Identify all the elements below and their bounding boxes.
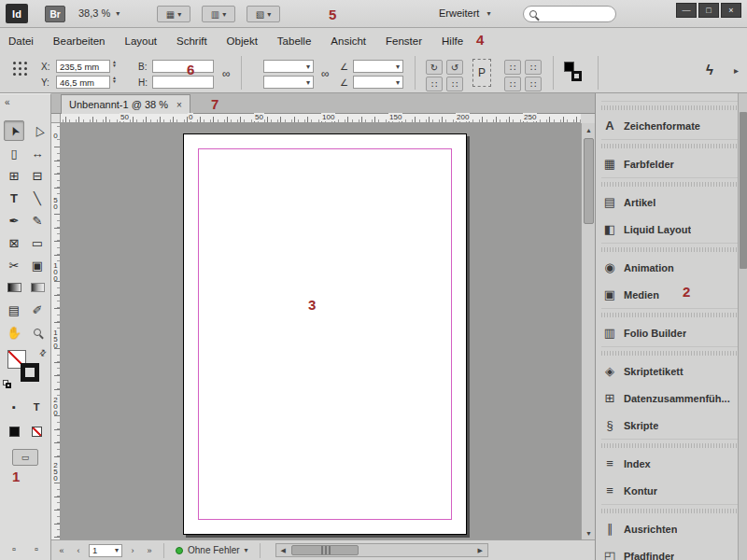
x-input[interactable] bbox=[56, 60, 110, 73]
flip-vertical-button[interactable]: ∷ bbox=[446, 77, 463, 91]
reference-point-proxy[interactable] bbox=[13, 62, 28, 77]
formatting-affects-text-button[interactable]: T bbox=[27, 399, 46, 415]
menu-objekt[interactable]: Objekt bbox=[227, 35, 258, 47]
rectangle-tool[interactable]: ▭ bbox=[27, 232, 48, 253]
preflight-menu[interactable]: Ohne Fehler ▾ bbox=[172, 543, 252, 558]
panel-item-artikel[interactable]: ▤ Artikel bbox=[596, 189, 747, 216]
select-content-button[interactable]: ∷ bbox=[525, 60, 542, 75]
scissors-tool[interactable]: ✂ bbox=[4, 255, 24, 275]
apply-color-button[interactable] bbox=[5, 423, 23, 440]
panel-group-grip[interactable] bbox=[601, 139, 741, 150]
y-input[interactable] bbox=[56, 76, 110, 89]
menu-fenster[interactable]: Fenster bbox=[386, 35, 422, 47]
stroke-swatch[interactable] bbox=[21, 363, 39, 382]
line-tool[interactable]: ╲ bbox=[27, 188, 48, 208]
rectangle-frame-tool[interactable]: ⊠ bbox=[4, 232, 24, 253]
panel-item-farbfelder[interactable]: ▦ Farbfelder bbox=[596, 150, 747, 177]
eyedropper-tool[interactable]: ✐ bbox=[27, 300, 48, 320]
panel-item-pfadfinder[interactable]: ◰ Pfadfinder bbox=[596, 542, 747, 560]
collapse-panel-icon[interactable]: « bbox=[5, 97, 10, 107]
scroll-down-icon[interactable]: ▼ bbox=[582, 526, 596, 539]
panel-group-grip[interactable] bbox=[601, 504, 741, 515]
horizontal-ruler[interactable]: 50 0 50 100 150 200 250 bbox=[61, 114, 581, 123]
panel-group-grip[interactable] bbox=[601, 177, 741, 189]
swap-fill-stroke-icon[interactable]: ⇄ bbox=[37, 347, 49, 358]
zoom-tool[interactable] bbox=[27, 322, 48, 343]
horizontal-scrollbar[interactable]: ◀ ▶ bbox=[275, 543, 488, 557]
menu-hilfe[interactable]: Hilfe bbox=[442, 35, 463, 47]
panel-item-skriptetikett[interactable]: ◈ Skriptetikett bbox=[596, 357, 747, 385]
next-page-button[interactable]: › bbox=[126, 544, 139, 557]
vertical-scroll-thumb[interactable] bbox=[584, 138, 594, 224]
panel-scrollbar[interactable] bbox=[738, 93, 747, 560]
panel-scroll-thumb[interactable] bbox=[740, 112, 747, 269]
panel-item-animation[interactable]: ◉ Animation bbox=[596, 254, 747, 281]
scroll-right-icon[interactable]: ▶ bbox=[473, 544, 487, 557]
scale-x-combo[interactable]: ▾ bbox=[263, 60, 314, 73]
close-button[interactable]: × bbox=[721, 3, 741, 18]
quick-apply-icon[interactable]: ϟ bbox=[706, 62, 713, 77]
panel-group-grip[interactable] bbox=[601, 346, 741, 357]
panel-group-grip[interactable] bbox=[601, 243, 741, 254]
view-options-button[interactable]: ▦ ▾ bbox=[157, 6, 190, 22]
type-tool[interactable]: T bbox=[4, 188, 24, 208]
shear-angle-combo[interactable]: ▾ bbox=[353, 76, 403, 89]
panel-item-folio-builder[interactable]: ▥ Folio Builder bbox=[596, 319, 747, 346]
panel-item-datenzusammenfuehrung[interactable]: ⊞ Datenzusammenfüh... bbox=[596, 385, 747, 412]
vertical-scrollbar[interactable]: ▲ ▼ bbox=[581, 123, 595, 539]
rotate-ccw-button[interactable]: ↺ bbox=[446, 60, 463, 75]
menu-datei[interactable]: Datei bbox=[8, 35, 34, 47]
panel-item-kontur[interactable]: ≡ Kontur bbox=[596, 477, 747, 504]
zoom-level-dropdown[interactable]: 38,3 % ▾ bbox=[78, 7, 120, 19]
last-page-button[interactable]: » bbox=[143, 544, 156, 557]
height-input[interactable] bbox=[152, 76, 214, 89]
pasteboard[interactable] bbox=[61, 123, 581, 539]
selection-tool[interactable]: ➤ bbox=[4, 120, 24, 141]
free-transform-tool[interactable]: ▣ bbox=[27, 255, 48, 275]
go-to-parent-button[interactable]: ∷ bbox=[504, 77, 521, 91]
panel-group-grip[interactable] bbox=[601, 439, 741, 450]
panel-item-skripte[interactable]: § Skripte bbox=[596, 412, 747, 439]
direct-selection-tool[interactable]: ▷ bbox=[27, 120, 48, 141]
constrain-scale-icon[interactable]: ∞ bbox=[321, 67, 330, 80]
hand-tool[interactable]: ✋ bbox=[4, 322, 24, 343]
previous-page-button[interactable]: ‹ bbox=[72, 544, 85, 557]
panel-group-grip[interactable] bbox=[601, 308, 741, 319]
width-input[interactable] bbox=[152, 60, 214, 73]
gradient-swatch-tool[interactable] bbox=[4, 277, 24, 298]
minimize-button[interactable]: — bbox=[676, 3, 697, 18]
ruler-origin-corner[interactable] bbox=[51, 114, 61, 123]
document-tab[interactable]: Unbenannt-1 @ 38 % × bbox=[61, 94, 190, 114]
panel-item-ausrichten[interactable]: ∥ Ausrichten bbox=[596, 515, 747, 542]
screen-mode-preview-button[interactable]: ▫ bbox=[27, 540, 46, 557]
horizontal-scroll-thumb[interactable] bbox=[291, 545, 359, 555]
document-page[interactable] bbox=[183, 133, 467, 535]
content-placer-tool[interactable]: ⊟ bbox=[27, 165, 48, 186]
formatting-affects-container-button[interactable]: ▪ bbox=[5, 399, 23, 415]
bridge-button[interactable]: Br bbox=[45, 6, 65, 22]
panel-item-index[interactable]: ≡ Index bbox=[596, 450, 747, 477]
pencil-tool[interactable]: ✎ bbox=[27, 210, 48, 231]
rotation-angle-combo[interactable]: ▾ bbox=[353, 60, 403, 73]
screen-mode-button[interactable]: ▥ ▾ bbox=[202, 6, 235, 22]
normal-view-mode-button[interactable]: ▭ bbox=[12, 449, 38, 466]
menu-tabelle[interactable]: Tabelle bbox=[277, 35, 311, 47]
scroll-left-icon[interactable]: ◀ bbox=[276, 544, 290, 557]
rotate-cw-button[interactable]: ↻ bbox=[426, 60, 443, 75]
panel-expand-icon[interactable]: ▸ bbox=[734, 65, 739, 76]
page-number-field[interactable]: 1 ▾ bbox=[89, 544, 122, 557]
apply-none-button[interactable] bbox=[27, 423, 46, 440]
panel-item-liquid-layout[interactable]: ◧ Liquid Layout bbox=[596, 216, 747, 243]
flip-horizontal-button[interactable]: ∷ bbox=[426, 77, 443, 91]
gradient-feather-tool[interactable] bbox=[27, 277, 48, 298]
menu-bearbeiten[interactable]: Bearbeiten bbox=[53, 35, 106, 47]
gap-tool[interactable]: ↔ bbox=[27, 143, 48, 163]
workspace-switcher[interactable]: Erweitert ▾ bbox=[439, 7, 490, 19]
y-stepper[interactable]: ▲▼ bbox=[112, 76, 117, 83]
arrange-documents-button[interactable]: ▧ ▾ bbox=[247, 6, 280, 22]
panel-item-zeichenformate[interactable]: A Zeichenformate bbox=[596, 112, 747, 139]
constrain-dimensions-icon[interactable]: ∞ bbox=[222, 67, 231, 80]
content-collector-tool[interactable]: ⊞ bbox=[4, 165, 24, 186]
panel-item-medien[interactable]: ▣ Medien bbox=[596, 281, 747, 308]
search-input[interactable] bbox=[541, 9, 606, 20]
